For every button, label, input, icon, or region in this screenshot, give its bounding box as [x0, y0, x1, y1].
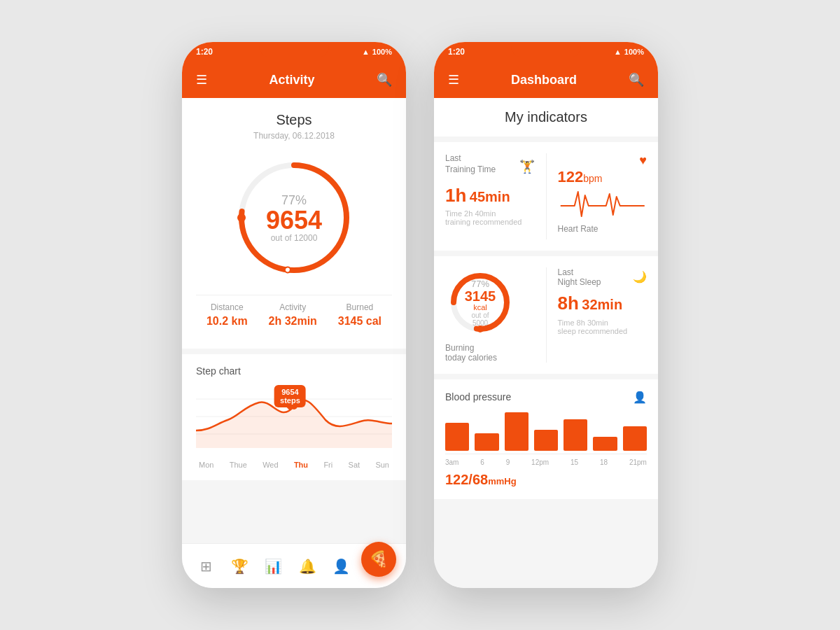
sleep-label-text: LastNight Sleep [558, 267, 601, 287]
heart-icon: ♥ [639, 153, 647, 168]
bp-time-2: 6 [480, 458, 484, 466]
bp-bar-7 [623, 426, 647, 451]
person-icon: 👤 [633, 391, 647, 404]
chart-tooltip: 9654steps [274, 385, 306, 407]
moon-icon: 🌙 [633, 270, 647, 284]
page-title: Activity [269, 73, 314, 88]
day-sun: Sun [375, 461, 389, 469]
sleep-mins: 32min [582, 297, 622, 312]
sleep-hours: 8h [558, 293, 579, 314]
circle-steps: 9654 [266, 208, 322, 233]
activity-content: Steps Thursday, 06.12.2018 [182, 98, 406, 543]
training-card: LastTraining Time 🏋️ 1h 45min Time 2h 40… [445, 153, 535, 239]
stat-burned: Burned 3145 cal [338, 302, 382, 328]
notch [259, 42, 329, 57]
stat-distance: Distance 10.2 km [206, 302, 248, 328]
bp-bar-6 [593, 437, 617, 451]
donut-sub: out of 5000 [463, 311, 498, 326]
time-display-2: 1:20 [448, 47, 465, 57]
day-wed: Wed [262, 461, 278, 469]
steps-title: Steps [196, 112, 392, 128]
ecg-svg [558, 188, 648, 220]
wifi-icon: ▲ [362, 48, 370, 56]
search-icon[interactable]: 🔍 [377, 72, 392, 88]
stat-burned-value: 3145 cal [338, 315, 382, 328]
menu-icon-2[interactable]: ☰ [448, 72, 459, 88]
bp-time-6: 18 [600, 458, 608, 466]
blood-pressure-section: Blood pressure 👤 3am 6 9 12pm 15 18 21pm [434, 379, 658, 499]
steps-circle: 77% 9654 out of 12000 [196, 155, 392, 281]
bp-bar-5 [564, 419, 587, 451]
status-icons: ▲ 100% [362, 48, 392, 56]
indicators-title: My indicators [434, 98, 658, 136]
heartrate-value: 122bpm [558, 168, 648, 186]
bp-label: Blood pressure [445, 391, 511, 402]
phone-dashboard: 1:20 ▲ 100% ☰ Dashboard 🔍 My indicators … [434, 42, 658, 588]
bp-unit: mmHg [488, 476, 516, 486]
circle-wrap: 77% 9654 out of 12000 [231, 155, 357, 281]
bp-bar-3 [505, 412, 528, 451]
battery-icon-2: 100% [624, 48, 644, 56]
stat-distance-value: 10.2 km [206, 315, 248, 328]
bp-value: 122/68mmHg [445, 472, 647, 488]
donut-unit: kcal [463, 302, 498, 311]
bp-times: 3am 6 9 12pm 15 18 21pm [445, 458, 647, 466]
dashboard-header: ☰ Dashboard 🔍 [434, 62, 658, 98]
sleep-sub: Time 8h 30minsleep recommended [558, 318, 648, 335]
donut-value: 3145 [463, 288, 498, 302]
nav-fab[interactable]: 🍕 [361, 542, 396, 577]
app-header: ☰ Activity 🔍 [182, 62, 406, 98]
step-chart-section: Step chart 9654steps Mon [182, 354, 406, 480]
training-time: 1h 45min [445, 185, 535, 206]
calories-label: Burningtoday calories [445, 343, 535, 363]
divider-2 [546, 267, 547, 363]
training-heartrate-card: LastTraining Time 🏋️ 1h 45min Time 2h 40… [434, 142, 658, 251]
calorie-donut: 77% 3145 kcal out of 5000 [445, 267, 515, 337]
stat-activity-value: 2h 32min [269, 315, 317, 328]
dashboard-title: Dashboard [511, 73, 577, 88]
nav-chart[interactable]: 📊 [260, 552, 288, 580]
stat-activity-label: Activity [269, 302, 317, 312]
divider-1 [546, 153, 547, 239]
battery-icon: 100% [372, 48, 392, 56]
chart-area: 9654steps [196, 385, 392, 455]
svg-point-2 [237, 214, 246, 222]
stat-burned-label: Burned [338, 302, 382, 312]
dashboard-content: My indicators LastTraining Time 🏋️ 1h 45… [434, 98, 658, 588]
training-hours: 1h [445, 185, 466, 206]
bp-time-1: 3am [445, 458, 458, 466]
sleep-time: 8h 32min [558, 293, 648, 314]
bp-time-4: 12pm [531, 458, 549, 466]
training-sub: Time 2h 40mintraining recommended [445, 209, 535, 226]
day-fri: Fri [323, 461, 332, 469]
notch-2 [511, 42, 581, 57]
chart-days: Mon Thue Wed Thu Fri Sat Sun [196, 461, 392, 469]
day-thu: Thu [294, 461, 308, 469]
training-label: LastTraining Time [445, 153, 496, 175]
circle-out: out of 12000 [266, 233, 322, 243]
steps-date: Thursday, 06.12.2018 [196, 131, 392, 141]
stat-distance-label: Distance [206, 302, 248, 312]
search-icon-2[interactable]: 🔍 [629, 72, 644, 88]
steps-section: Steps Thursday, 06.12.2018 [182, 98, 406, 349]
nav-bell[interactable]: 🔔 [293, 552, 321, 580]
donut-percent: 77% [463, 278, 498, 288]
calories-section: 77% 3145 kcal out of 5000 Burningtoday c… [445, 267, 535, 363]
phone-activity: 1:20 ▲ 100% ☰ Activity 🔍 Steps Thursday,… [182, 42, 406, 588]
bottom-nav: ⊞ 🏆 📊 🔔 👤 🍕 [182, 543, 406, 588]
bp-time-3: 9 [506, 458, 510, 466]
svg-point-3 [284, 267, 290, 273]
day-sat: Sat [349, 461, 360, 469]
heartrate-label: Heart Rate [558, 224, 648, 235]
bp-bar-1 [445, 423, 469, 451]
nav-profile[interactable]: 👤 [327, 552, 355, 580]
day-mon: Mon [199, 461, 214, 469]
bp-time-7: 21pm [629, 458, 647, 466]
bp-time-5: 15 [570, 458, 578, 466]
training-heartrate-row: LastTraining Time 🏋️ 1h 45min Time 2h 40… [445, 153, 647, 239]
nav-trophy[interactable]: 🏆 [225, 552, 253, 580]
nav-home[interactable]: ⊞ [192, 552, 220, 580]
calories-sleep-card: 77% 3145 kcal out of 5000 Burningtoday c… [434, 256, 658, 374]
menu-icon[interactable]: ☰ [196, 72, 207, 88]
heartrate-card: ♥ 122bpm Heart Rate [558, 153, 648, 239]
